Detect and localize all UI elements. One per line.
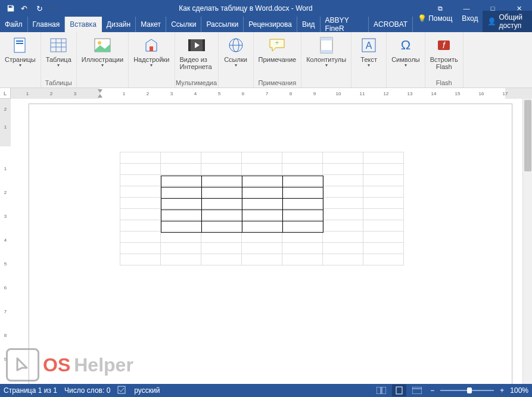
text-icon: A: [359, 36, 378, 55]
svg-text:12: 12: [384, 91, 389, 96]
tab-review[interactable]: Рецензирова: [244, 17, 297, 32]
group-media: Видео из Интернета Мультимедиа: [175, 32, 219, 87]
lightbulb-icon: 💡: [418, 14, 427, 23]
group-header-footer: Колонтитулы▾: [301, 32, 351, 87]
undo-button[interactable]: ↶▾: [18, 1, 32, 15]
watermark: OS Helper: [6, 348, 133, 382]
comment-icon: +: [267, 36, 287, 55]
sign-in-button[interactable]: Вход: [457, 11, 483, 26]
group-addins-label: [129, 78, 174, 87]
svg-rect-13: [203, 39, 205, 51]
comment-button[interactable]: + Примечание: [255, 35, 300, 64]
zoom-slider[interactable]: [440, 390, 494, 391]
tab-design[interactable]: Дизайн: [102, 17, 136, 32]
svg-rect-50: [0, 99, 11, 146]
svg-text:6: 6: [4, 285, 7, 290]
table-button[interactable]: Таблица▾: [42, 35, 75, 70]
window-title: Как сделать таблицу в Word.docx - Word: [64, 4, 427, 12]
vertical-ruler[interactable]: 12 123 456 789: [0, 99, 11, 389]
symbols-button[interactable]: Ω Символы▾: [388, 35, 424, 70]
watermark-os-text: OS: [43, 354, 70, 376]
zoom-out-button[interactable]: −: [428, 386, 437, 395]
table-icon: [49, 36, 68, 55]
svg-rect-27: [29, 88, 100, 99]
flash-icon: f: [434, 36, 453, 55]
group-flash: f Встроить Flash Flash: [425, 32, 463, 87]
svg-rect-67: [412, 387, 422, 394]
watermark-helper-text: Helper: [74, 354, 133, 376]
zoom-slider-thumb[interactable]: [467, 387, 472, 393]
word-count-status[interactable]: Число слов: 0: [64, 386, 110, 395]
redo-button[interactable]: ↻: [32, 1, 46, 15]
header-footer-button[interactable]: Колонтитулы▾: [303, 35, 350, 70]
share-button[interactable]: 👤 Общий доступ: [483, 11, 532, 32]
print-layout-button[interactable]: [392, 385, 406, 396]
group-pages-label: [0, 78, 41, 87]
spelling-icon[interactable]: [117, 386, 127, 396]
pictures-icon: [93, 36, 112, 55]
tab-view[interactable]: Вид: [297, 17, 321, 32]
group-comments: + Примечание Примечания: [254, 32, 302, 87]
vertical-scrollbar[interactable]: [522, 99, 532, 389]
links-button[interactable]: Ссылки▾: [220, 35, 252, 70]
svg-text:5: 5: [218, 91, 221, 96]
read-mode-button[interactable]: [374, 385, 388, 396]
group-header-footer-label: [301, 78, 351, 87]
svg-text:17: 17: [503, 91, 508, 96]
svg-text:3: 3: [170, 91, 173, 96]
group-text: A Текст▾: [351, 32, 387, 87]
pages-button[interactable]: Страницы▾: [1, 35, 39, 70]
zoom-level[interactable]: 100%: [510, 386, 528, 395]
cursor-arrow-icon: [6, 348, 39, 382]
text-button[interactable]: A Текст▾: [353, 35, 385, 70]
omega-icon: Ω: [396, 36, 415, 55]
tell-me-field[interactable]: 💡 Помощ: [413, 11, 457, 26]
tab-insert[interactable]: Вставка: [65, 17, 102, 32]
tab-references[interactable]: Ссылки: [166, 17, 201, 32]
online-video-button[interactable]: Видео из Интернета: [176, 35, 217, 71]
tab-abbyy[interactable]: ABBYY FineR: [321, 17, 369, 32]
status-bar: Страница 1 из 1 Число слов: 0 русский − …: [0, 384, 532, 397]
tab-home[interactable]: Главная: [28, 17, 66, 32]
svg-text:5: 5: [4, 261, 7, 267]
group-text-label: [351, 78, 386, 87]
svg-text:2: 2: [147, 91, 150, 96]
ruler-tab-selector[interactable]: L: [0, 88, 11, 99]
svg-rect-20: [321, 37, 332, 40]
svg-text:7: 7: [4, 309, 7, 314]
inner-table[interactable]: [161, 176, 323, 233]
addins-button[interactable]: Надстройки▾: [130, 35, 173, 70]
store-icon: [142, 36, 161, 55]
zoom-in-button[interactable]: +: [497, 386, 506, 395]
tab-layout[interactable]: Макет: [136, 17, 166, 32]
group-media-label: Мультимедиа: [175, 78, 218, 87]
person-icon: 👤: [487, 17, 496, 26]
tell-me-label: Помощ: [428, 14, 452, 23]
language-status[interactable]: русский: [134, 386, 160, 395]
horizontal-ruler[interactable]: 321 123 456 789 101112 131415 1617: [11, 88, 532, 99]
svg-text:2: 2: [4, 107, 7, 112]
globe-icon: [226, 36, 245, 55]
qat-customize-button[interactable]: ▾: [46, 1, 61, 15]
tab-mailings[interactable]: Рассылки: [201, 17, 244, 32]
document-workspace: 12 123 456 789: [0, 99, 532, 389]
tab-acrobat[interactable]: ACROBAT: [369, 17, 413, 32]
document-scroll-area[interactable]: [11, 99, 532, 389]
flash-button[interactable]: f Встроить Flash: [427, 35, 462, 71]
svg-rect-29: [505, 88, 532, 99]
svg-rect-2: [16, 43, 23, 44]
web-layout-button[interactable]: [410, 385, 424, 396]
svg-text:2: 2: [4, 190, 7, 195]
group-pages: Страницы▾: [0, 32, 41, 87]
page-number-status[interactable]: Страница 1 из 1: [4, 386, 57, 395]
svg-rect-3: [51, 39, 66, 52]
svg-rect-21: [321, 50, 332, 53]
online-video-label: Видео из Интернета: [180, 56, 213, 70]
save-button[interactable]: [4, 1, 18, 15]
scroll-thumb[interactable]: [524, 100, 531, 171]
svg-point-9: [98, 41, 101, 45]
document-page[interactable]: [29, 104, 512, 389]
tab-file[interactable]: Файл: [0, 17, 28, 32]
svg-rect-10: [150, 46, 153, 51]
illustrations-button[interactable]: Иллюстрации▾: [78, 35, 127, 70]
